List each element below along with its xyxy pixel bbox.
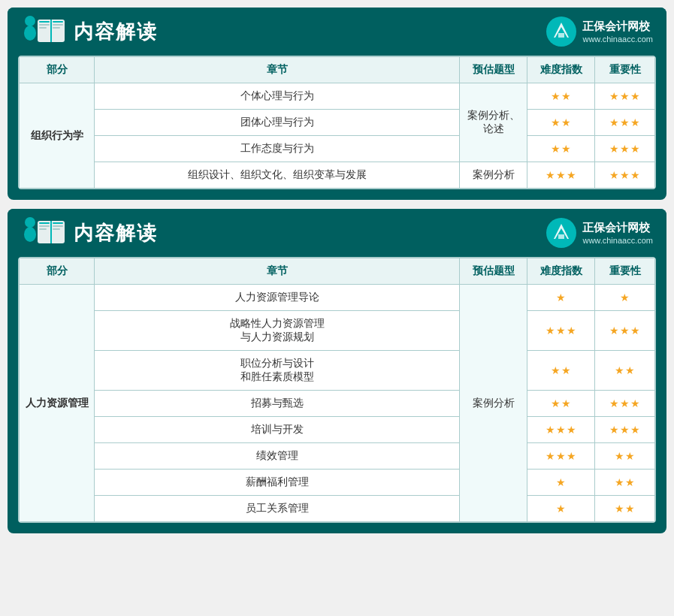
th-diff-1: 难度指数 xyxy=(527,57,595,83)
card-1-table-wrapper: 部分 章节 预估题型 难度指数 重要性 组织行为学 个体心理与行为 案例分析、论… xyxy=(18,56,656,189)
table-row: 人力资源管理 人力资源管理导论 案例分析 ★ ★ xyxy=(20,285,655,311)
stars-imp: ★★★ xyxy=(609,169,641,181)
th-part-2: 部分 xyxy=(20,258,95,285)
stars-imp: ★★ xyxy=(615,364,636,376)
svg-point-14 xyxy=(25,217,35,228)
imp-cell: ★★ xyxy=(595,443,655,470)
svg-rect-27 xyxy=(558,234,564,239)
type-cell: 案例分析 xyxy=(460,162,527,189)
chapter-cell: 团体心理与行为 xyxy=(95,110,460,136)
th-imp-1: 重要性 xyxy=(595,57,655,83)
card-1-header: 内容解读 正保会计网校 www.chinaacc.com xyxy=(8,8,666,56)
chapter-cell: 组织设计、组织文化、组织变革与发展 xyxy=(95,162,460,189)
part-cell-1: 组织行为学 xyxy=(20,83,95,189)
th-type-2: 预估题型 xyxy=(460,258,527,285)
card-2-title: 内容解读 xyxy=(74,220,158,246)
table-row: 招募与甄选 ★★ ★★★ xyxy=(20,391,655,417)
diff-cell: ★★ xyxy=(527,136,595,162)
chapter-cell: 员工关系管理 xyxy=(95,496,460,522)
stars-diff: ★★★ xyxy=(546,169,577,181)
logo-url-2: www.chinaacc.com xyxy=(582,235,653,246)
logo-url-1: www.chinaacc.com xyxy=(582,34,653,45)
chapter-cell: 绩效管理 xyxy=(95,443,460,470)
stars-diff: ★★★ xyxy=(546,450,577,462)
svg-rect-6 xyxy=(39,27,47,29)
diff-cell: ★★★ xyxy=(527,417,595,443)
diff-cell: ★★ xyxy=(527,391,595,417)
imp-cell: ★★★ xyxy=(595,311,655,351)
stars-imp: ★★ xyxy=(615,476,636,488)
chapter-cell: 个体心理与行为 xyxy=(95,83,460,110)
stars-imp: ★★★ xyxy=(609,424,641,436)
card-2-logo-text: 正保会计网校 www.chinaacc.com xyxy=(582,219,653,246)
chapter-cell: 招募与甄选 xyxy=(95,391,460,417)
diff-cell: ★★★ xyxy=(527,311,595,351)
imp-cell: ★★ xyxy=(595,351,655,391)
svg-rect-23 xyxy=(53,228,60,230)
logo-name-1: 正保会计网校 xyxy=(582,18,653,34)
svg-rect-21 xyxy=(53,222,63,224)
table-row: 员工关系管理 ★ ★★ xyxy=(20,496,655,522)
svg-rect-22 xyxy=(53,225,63,227)
stars-diff: ★★ xyxy=(551,397,572,409)
svg-rect-5 xyxy=(39,24,50,26)
logo-circle-1 xyxy=(546,17,576,47)
svg-rect-9 xyxy=(53,27,60,29)
diff-cell: ★★ xyxy=(527,351,595,391)
chapter-cell: 战略性人力资源管理与人力资源规划 xyxy=(95,311,460,351)
imp-cell: ★★★ xyxy=(595,391,655,417)
chapter-cell: 薪酬福利管理 xyxy=(95,470,460,496)
svg-rect-13 xyxy=(558,33,564,38)
chinaacc-logo-icon-2 xyxy=(548,219,575,246)
imp-cell: ★★★ xyxy=(595,417,655,443)
card-1-logo: 正保会计网校 www.chinaacc.com xyxy=(546,17,653,47)
stars-imp: ★ xyxy=(620,291,630,303)
th-diff-2: 难度指数 xyxy=(527,258,595,285)
svg-point-0 xyxy=(25,16,35,26)
stars-diff: ★ xyxy=(556,503,567,515)
diff-cell: ★ xyxy=(527,496,595,522)
type-cell-2: 案例分析 xyxy=(460,285,527,522)
stars-diff: ★ xyxy=(556,476,567,488)
table-row: 工作态度与行为 ★★ ★★★ xyxy=(20,136,655,162)
card-2-logo: 正保会计网校 www.chinaacc.com xyxy=(546,218,653,248)
chapter-cell: 工作态度与行为 xyxy=(95,136,460,162)
table-row: 职位分析与设计和胜任素质模型 ★★ ★★ xyxy=(20,351,655,391)
table-row: 培训与开发 ★★★ ★★★ xyxy=(20,417,655,443)
stars-imp: ★★ xyxy=(615,450,636,462)
diff-cell: ★★★ xyxy=(527,162,595,189)
diff-cell: ★ xyxy=(527,285,595,311)
chapter-cell: 职位分析与设计和胜任素质模型 xyxy=(95,351,460,391)
card-1-logo-text: 正保会计网校 www.chinaacc.com xyxy=(582,18,653,45)
th-chapter-2: 章节 xyxy=(95,258,460,285)
diff-cell: ★★ xyxy=(527,83,595,110)
imp-cell: ★ xyxy=(595,285,655,311)
stars-diff: ★★ xyxy=(551,90,572,102)
imp-cell: ★★★ xyxy=(595,162,655,189)
card-1-title-area: 内容解读 xyxy=(21,15,158,48)
card-2-table-wrapper: 部分 章节 预估题型 难度指数 重要性 人力资源管理 人力资源管理导论 案例分析… xyxy=(18,257,656,523)
svg-rect-7 xyxy=(53,21,63,23)
book-person-icon-2 xyxy=(21,216,66,249)
svg-rect-18 xyxy=(39,222,50,224)
stars-imp: ★★★ xyxy=(609,116,641,128)
chapter-cell: 人力资源管理导论 xyxy=(95,285,460,311)
chinaacc-logo-icon xyxy=(548,18,575,45)
imp-cell: ★★★ xyxy=(595,136,655,162)
card-2-table: 部分 章节 预估题型 难度指数 重要性 人力资源管理 人力资源管理导论 案例分析… xyxy=(19,258,655,522)
svg-rect-20 xyxy=(39,228,47,230)
imp-cell: ★★★ xyxy=(595,83,655,110)
imp-cell: ★★ xyxy=(595,496,655,522)
logo-name-2: 正保会计网校 xyxy=(582,219,653,235)
stars-imp: ★★★ xyxy=(609,90,641,102)
th-type-1: 预估题型 xyxy=(460,57,527,83)
table-row: 战略性人力资源管理与人力资源规划 ★★★ ★★★ xyxy=(20,311,655,351)
card-1-table: 部分 章节 预估题型 难度指数 重要性 组织行为学 个体心理与行为 案例分析、论… xyxy=(19,56,655,189)
th-chapter-1: 章节 xyxy=(95,57,460,83)
book-person-icon xyxy=(21,15,66,48)
stars-diff: ★★ xyxy=(551,143,572,155)
part-cell-2: 人力资源管理 xyxy=(20,285,95,522)
stars-diff: ★ xyxy=(556,291,567,303)
diff-cell: ★★ xyxy=(527,110,595,136)
card-1-title: 内容解读 xyxy=(74,19,158,45)
